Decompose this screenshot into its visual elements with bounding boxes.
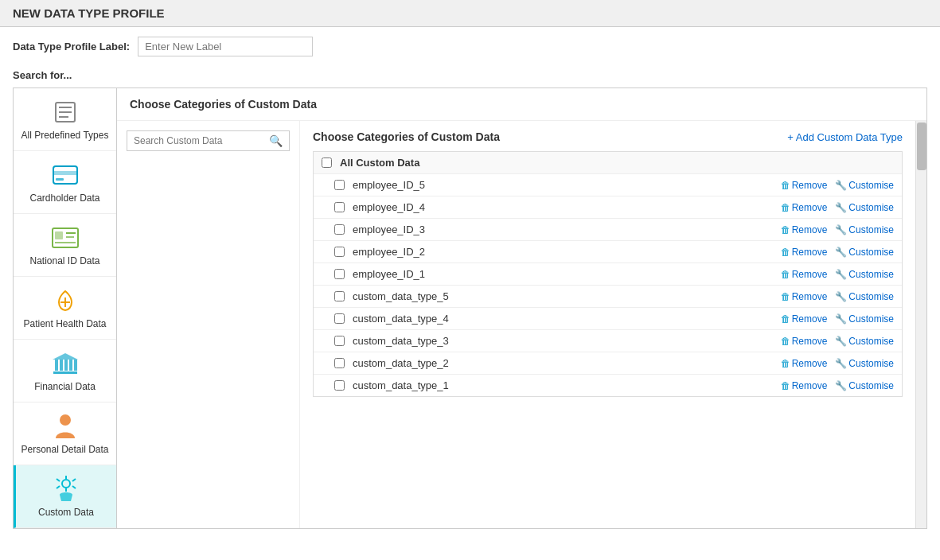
all-custom-data-checkbox[interactable] <box>322 158 332 168</box>
remove-link-4[interactable]: 🗑 Remove <box>781 269 828 280</box>
item-checkbox-9[interactable] <box>334 380 345 391</box>
sidebar-item-label: Personal Detail Data <box>21 444 108 455</box>
wrench-icon-0: 🔧 <box>835 180 847 191</box>
customise-link-1[interactable]: 🔧 Customise <box>835 202 894 213</box>
action-links-6: 🗑 Remove 🔧 Customise <box>781 313 894 325</box>
wrench-icon-4: 🔧 <box>835 269 847 280</box>
customise-link-5[interactable]: 🔧 Customise <box>835 291 894 302</box>
item-checkbox-0[interactable] <box>334 180 345 190</box>
customise-link-7[interactable]: 🔧 Customise <box>835 336 894 347</box>
search-box-container: 🔍 <box>127 130 290 151</box>
customise-link-9[interactable]: 🔧 Customise <box>835 380 894 391</box>
remove-link-1[interactable]: 🗑 Remove <box>781 202 828 213</box>
person-icon <box>51 412 80 441</box>
item-name-7: custom_data_type_3 <box>353 335 781 347</box>
label-input[interactable] <box>138 37 313 56</box>
customise-link-6[interactable]: 🔧 Customise <box>835 313 894 325</box>
svg-rect-8 <box>55 231 63 239</box>
form-row: Data Type Profile Label: <box>0 27 940 66</box>
wrench-icon-8: 🔧 <box>835 358 847 369</box>
customise-link-8[interactable]: 🔧 Customise <box>835 358 894 369</box>
sidebar-item-patient-health[interactable]: Patient Health Data <box>14 277 116 340</box>
trash-icon-4: 🗑 <box>781 269 790 280</box>
action-links-2: 🗑 Remove 🔧 Customise <box>781 224 894 235</box>
wrench-icon-3: 🔧 <box>835 247 847 258</box>
item-name-6: custom_data_type_4 <box>353 313 781 325</box>
sidebar-item-label: Custom Data <box>38 507 94 518</box>
left-panel: 🔍 <box>117 121 300 528</box>
add-custom-data-type-link[interactable]: + Add Custom Data Type <box>787 131 903 143</box>
customise-link-2[interactable]: 🔧 Customise <box>835 224 894 235</box>
item-checkbox-6[interactable] <box>334 313 345 324</box>
content-header: Choose Categories of Custom Data <box>117 88 926 121</box>
wrench-icon-5: 🔧 <box>835 291 847 302</box>
customise-link-4[interactable]: 🔧 Customise <box>835 269 894 280</box>
sidebar-item-personal-detail[interactable]: Personal Detail Data <box>14 402 116 465</box>
right-panel-header: Choose Categories of Custom Data + Add C… <box>313 130 903 143</box>
wrench-icon-7: 🔧 <box>835 336 847 347</box>
sidebar-item-national-id[interactable]: National ID Data <box>14 214 116 277</box>
trash-icon-6: 🗑 <box>781 313 790 325</box>
svg-point-21 <box>60 414 71 426</box>
action-links-7: 🗑 Remove 🔧 Customise <box>781 336 894 347</box>
trash-icon-9: 🗑 <box>781 380 790 391</box>
sidebar-item-financial[interactable]: Financial Data <box>14 340 116 402</box>
item-checkbox-5[interactable] <box>334 291 345 301</box>
sidebar-item-label: Patient Health Data <box>23 318 106 329</box>
label-field-label: Data Type Profile Label: <box>13 41 130 52</box>
sidebar-item-cardholder[interactable]: Cardholder Data <box>14 151 116 214</box>
svg-point-22 <box>62 480 70 488</box>
remove-link-7[interactable]: 🗑 Remove <box>781 336 828 347</box>
table-row: employee_ID_3 🗑 Remove 🔧 Customise <box>314 219 902 241</box>
item-checkbox-7[interactable] <box>334 336 345 346</box>
table-row: custom_data_type_3 🗑 Remove 🔧 Customise <box>314 330 902 352</box>
remove-link-3[interactable]: 🗑 Remove <box>781 247 828 258</box>
action-links-9: 🗑 Remove 🔧 Customise <box>781 380 894 391</box>
scrollbar[interactable] <box>915 121 926 528</box>
trash-icon-3: 🗑 <box>781 247 790 258</box>
item-checkbox-8[interactable] <box>334 358 345 368</box>
table-row: employee_ID_4 🗑 Remove 🔧 Customise <box>314 196 902 219</box>
sidebar-item-all-predefined[interactable]: All Predefined Types <box>14 88 116 151</box>
svg-rect-20 <box>53 371 77 374</box>
remove-link-6[interactable]: 🗑 Remove <box>781 313 828 325</box>
customise-link-0[interactable]: 🔧 Customise <box>835 180 894 191</box>
main-container: All Predefined Types Cardholder Data <box>13 88 927 529</box>
item-name-0: employee_ID_5 <box>353 179 781 191</box>
health-icon <box>51 286 80 315</box>
action-links-4: 🗑 Remove 🔧 Customise <box>781 269 894 280</box>
remove-link-2[interactable]: 🗑 Remove <box>781 224 828 235</box>
action-links-5: 🗑 Remove 🔧 Customise <box>781 291 894 302</box>
table-row: custom_data_type_5 🗑 Remove 🔧 Customise <box>314 286 902 308</box>
item-checkbox-1[interactable] <box>334 202 345 212</box>
wrench-icon-2: 🔧 <box>835 224 847 235</box>
table-row: custom_data_type_2 🗑 Remove 🔧 Customise <box>314 352 902 375</box>
id-icon <box>51 224 80 252</box>
trash-icon-8: 🗑 <box>781 358 790 369</box>
trash-icon-2: 🗑 <box>781 224 790 235</box>
remove-link-5[interactable]: 🗑 Remove <box>781 291 828 302</box>
item-checkbox-4[interactable] <box>334 269 345 279</box>
scrollbar-thumb <box>917 122 926 170</box>
remove-link-9[interactable]: 🗑 Remove <box>781 380 828 391</box>
content-area: Choose Categories of Custom Data 🔍 Choos… <box>117 88 926 528</box>
item-checkbox-2[interactable] <box>334 224 345 235</box>
remove-link-8[interactable]: 🗑 Remove <box>781 358 828 369</box>
search-input[interactable] <box>134 135 269 146</box>
customise-link-3[interactable]: 🔧 Customise <box>835 247 894 258</box>
wrench-icon-6: 🔧 <box>835 313 847 325</box>
all-custom-data-label: All Custom Data <box>340 157 894 169</box>
sidebar-item-custom-data[interactable]: Custom Data <box>14 465 116 528</box>
table-row: custom_data_type_4 🗑 Remove 🔧 Customise <box>314 308 902 330</box>
item-checkbox-3[interactable] <box>334 247 345 257</box>
page-title: NEW DATA TYPE PROFILE <box>0 0 940 27</box>
sidebar-item-label: Cardholder Data <box>29 192 99 204</box>
wrench-icon-1: 🔧 <box>835 202 847 213</box>
remove-link-0[interactable]: 🗑 Remove <box>781 180 828 191</box>
right-panel: Choose Categories of Custom Data + Add C… <box>300 121 915 528</box>
search-for-label: Search for... <box>0 66 940 88</box>
trash-icon-1: 🗑 <box>781 202 790 213</box>
search-button[interactable]: 🔍 <box>269 134 283 147</box>
all-custom-data-row: All Custom Data <box>314 152 902 174</box>
sidebar-item-label: National ID Data <box>29 255 99 266</box>
